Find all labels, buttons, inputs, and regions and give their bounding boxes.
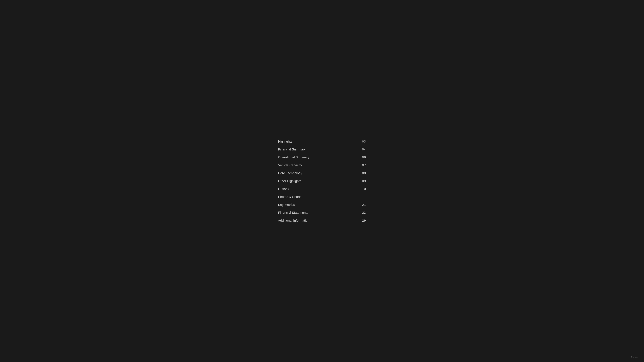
toc-item: Additional Information29 [278, 217, 366, 225]
toc-item: Outlook10 [278, 185, 366, 193]
toc-page: 07 [362, 163, 366, 167]
toc-page: 09 [362, 179, 366, 183]
toc-item: Highlights03 [278, 138, 366, 145]
toc-page: 11 [362, 195, 366, 199]
toc-page: 08 [362, 171, 366, 175]
toc-item: Financial Summary04 [278, 145, 366, 153]
toc-item: Vehicle Capacity07 [278, 161, 366, 169]
toc-label: Operational Summary [278, 155, 310, 159]
toc-page: 04 [362, 148, 366, 151]
toc-label: Additional Information [278, 219, 310, 223]
page-container: Highlights03Financial Summary04Operation… [0, 0, 644, 362]
toc-label: Other Highlights [278, 179, 301, 183]
toc-page: 06 [362, 155, 366, 159]
toc-page: 21 [362, 203, 366, 207]
toc-page: 03 [362, 140, 366, 143]
toc-item: Core Technology08 [278, 169, 366, 177]
toc-label: Core Technology [278, 171, 302, 175]
toc-item: Operational Summary06 [278, 153, 366, 161]
toc-label: Highlights [278, 140, 292, 143]
toc-container: Highlights03Financial Summary04Operation… [272, 129, 372, 233]
toc-label: Photos & Charts [278, 195, 302, 199]
toc-page: 29 [362, 219, 366, 223]
toc-label: Outlook [278, 187, 289, 191]
toc-label: Financial Statements [278, 211, 308, 215]
toc-label: Vehicle Capacity [278, 163, 302, 167]
toc-page: 23 [362, 211, 366, 215]
toc-label: Key Metrics [278, 203, 295, 207]
toc-item: Financial Statements23 [278, 209, 366, 217]
tesla-logo: TESLA [630, 356, 638, 358]
toc-label: Financial Summary [278, 148, 306, 151]
toc-item: Key Metrics21 [278, 201, 366, 209]
toc-page: 10 [362, 187, 366, 191]
toc-item: Photos & Charts11 [278, 193, 366, 201]
toc-item: Other Highlights09 [278, 177, 366, 185]
